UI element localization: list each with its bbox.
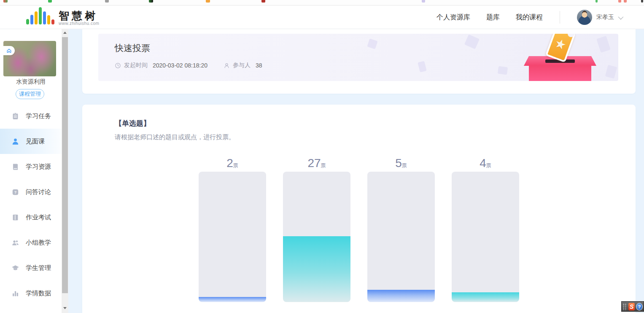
bar-fill bbox=[367, 290, 435, 302]
ballot-box-illustration: ★ bbox=[514, 34, 606, 81]
vote-title: 快速投票 bbox=[115, 42, 150, 54]
course-thumbnail[interactable] bbox=[3, 41, 56, 76]
sidebar-item-label: 学情数据 bbox=[26, 289, 51, 297]
favicon-fragment bbox=[48, 0, 52, 3]
favicon-fragment bbox=[624, 0, 627, 3]
drag-handle-icon[interactable] bbox=[622, 303, 627, 310]
sidebar-item-resources[interactable]: 学习资源 bbox=[0, 154, 62, 179]
poll-card: 【单选题】 请根据老师口述的题目或观点，进行投票。 2票27票5票4票 bbox=[82, 105, 636, 313]
favicon-fragment bbox=[641, 0, 643, 3]
main-content: 快速投票 发起时间 2020-03-02 08:18:20 参与人 38 ★ bbox=[68, 29, 644, 313]
participants-icon bbox=[224, 62, 230, 69]
vote-count-label: 5票 bbox=[367, 156, 435, 172]
vote-header-card: 快速投票 发起时间 2020-03-02 08:18:20 参与人 38 ★ bbox=[82, 29, 636, 94]
nav-my-courses[interactable]: 我的课程 bbox=[516, 13, 543, 22]
bar-track bbox=[283, 172, 350, 302]
bar-fill bbox=[199, 297, 266, 302]
sidebar-item-label: 问答讨论 bbox=[26, 188, 51, 196]
sidebar-item-label: 作业考试 bbox=[26, 213, 51, 221]
sidebar-item-label: 小组教学 bbox=[26, 239, 51, 247]
question-type-label: 【单选题】 bbox=[115, 119, 151, 128]
sidebar-item-meeting-class[interactable]: 见面课 bbox=[0, 129, 62, 154]
nav-question-bank[interactable]: 题库 bbox=[486, 13, 500, 22]
favicon-fragment bbox=[206, 0, 210, 3]
help-icon[interactable]: ? bbox=[636, 303, 643, 310]
poll-bar-column: 27票 bbox=[283, 156, 350, 302]
scroll-down-arrow[interactable] bbox=[62, 305, 68, 311]
brand-domain: www.zhihuishu.com bbox=[59, 21, 99, 26]
bar-fill bbox=[283, 236, 350, 302]
svg-text:?: ? bbox=[14, 190, 17, 194]
sogou-icon[interactable]: S bbox=[628, 303, 635, 310]
bar-chart-icon bbox=[11, 289, 19, 297]
nav-personal-resources[interactable]: 个人资源库 bbox=[437, 13, 470, 22]
scroll-up-arrow[interactable] bbox=[62, 29, 68, 36]
header-nav: 个人资源库 题库 我的课程 宋孝玉 bbox=[437, 5, 622, 29]
home-icon[interactable] bbox=[3, 46, 15, 55]
avatar bbox=[577, 10, 592, 25]
logo-tree-bars-icon bbox=[26, 8, 54, 26]
sidebar: 水资源利用 课程管理 学习任务见面课学习资源?问答讨论作业考试小组教学学生管理学… bbox=[0, 29, 62, 313]
sidebar-item-tasks[interactable]: 学习任务 bbox=[0, 103, 62, 129]
favicon-fragment bbox=[618, 0, 621, 3]
sidebar-item-qa-discussion[interactable]: ?问答讨论 bbox=[0, 179, 62, 205]
app-header: 智慧树 www.zhihuishu.com 个人资源库 题库 我的课程 宋孝玉 bbox=[0, 5, 644, 29]
clock-icon bbox=[115, 62, 121, 69]
book-icon bbox=[11, 163, 19, 171]
time-value: 2020-03-02 08:18:20 bbox=[153, 62, 207, 69]
sidebar-item-label: 学习任务 bbox=[26, 112, 51, 120]
question-description: 请根据老师口述的题目或观点，进行投票。 bbox=[115, 133, 235, 141]
favicon-fragment bbox=[595, 0, 598, 3]
chevron-down-icon bbox=[618, 14, 624, 19]
vote-count-label: 27票 bbox=[283, 156, 350, 172]
question-icon: ? bbox=[11, 188, 19, 196]
page-root: 智慧树 www.zhihuishu.com 个人资源库 题库 我的课程 宋孝玉 … bbox=[0, 0, 644, 313]
sidebar-item-learning-data[interactable]: 学情数据 bbox=[0, 281, 62, 306]
ballot-box-front bbox=[529, 65, 591, 81]
user-name: 宋孝玉 bbox=[596, 13, 614, 21]
bar-track bbox=[367, 172, 435, 302]
poll-bars: 2票27票5票4票 bbox=[199, 156, 519, 302]
vote-count-label: 4票 bbox=[452, 156, 519, 172]
favicon-fragment bbox=[261, 0, 265, 3]
sidebar-item-homework-exam[interactable]: 作业考试 bbox=[0, 205, 62, 230]
nav-divider bbox=[560, 11, 560, 24]
participants-value: 38 bbox=[256, 62, 262, 69]
clipboard-icon bbox=[11, 112, 19, 120]
vote-count-label: 2票 bbox=[199, 156, 266, 172]
sidebar-item-label: 学习资源 bbox=[26, 163, 51, 171]
star-icon: ★ bbox=[553, 36, 568, 52]
time-label: 发起时间 bbox=[124, 62, 148, 69]
graduation-cap-icon bbox=[11, 264, 19, 272]
poll-bar-column: 4票 bbox=[452, 156, 519, 302]
browser-tab-strip bbox=[0, 0, 644, 5]
vote-meta: 发起时间 2020-03-02 08:18:20 参与人 38 bbox=[115, 62, 262, 69]
favicon-fragment bbox=[105, 0, 109, 3]
favicon-fragment bbox=[422, 0, 425, 3]
course-name: 水资源利用 bbox=[0, 78, 62, 86]
bar-track bbox=[452, 172, 519, 302]
bar-track bbox=[199, 172, 266, 302]
poll-bar-column: 2票 bbox=[199, 156, 266, 302]
course-manage-button[interactable]: 课程管理 bbox=[16, 89, 44, 99]
favicon-fragment bbox=[149, 0, 153, 3]
favicon-fragment bbox=[3, 0, 8, 3]
person-icon bbox=[11, 138, 19, 146]
sidebar-menu: 学习任务见面课学习资源?问答讨论作业考试小组教学学生管理学情数据 bbox=[0, 103, 62, 306]
sidebar-item-label: 见面课 bbox=[26, 138, 45, 146]
vote-banner: 快速投票 发起时间 2020-03-02 08:18:20 参与人 38 ★ bbox=[98, 34, 618, 81]
user-menu[interactable]: 宋孝玉 bbox=[577, 10, 622, 25]
brand-logo[interactable]: 智慧树 www.zhihuishu.com bbox=[26, 8, 99, 26]
brand-name: 智慧树 bbox=[59, 10, 99, 21]
exam-icon bbox=[11, 213, 19, 221]
poll-bar-column: 5票 bbox=[367, 156, 435, 302]
sidebar-scrollbar[interactable] bbox=[62, 29, 68, 313]
sidebar-item-group-teaching[interactable]: 小组教学 bbox=[0, 230, 62, 255]
group-icon bbox=[11, 239, 19, 247]
bar-fill bbox=[452, 292, 519, 302]
participants-label: 参与人 bbox=[233, 62, 251, 69]
scrollbar-thumb[interactable] bbox=[62, 37, 68, 293]
sidebar-item-label: 学生管理 bbox=[26, 264, 51, 272]
sidebar-item-student-mgmt[interactable]: 学生管理 bbox=[0, 255, 62, 281]
ime-toolbar[interactable]: S ? bbox=[621, 301, 644, 312]
